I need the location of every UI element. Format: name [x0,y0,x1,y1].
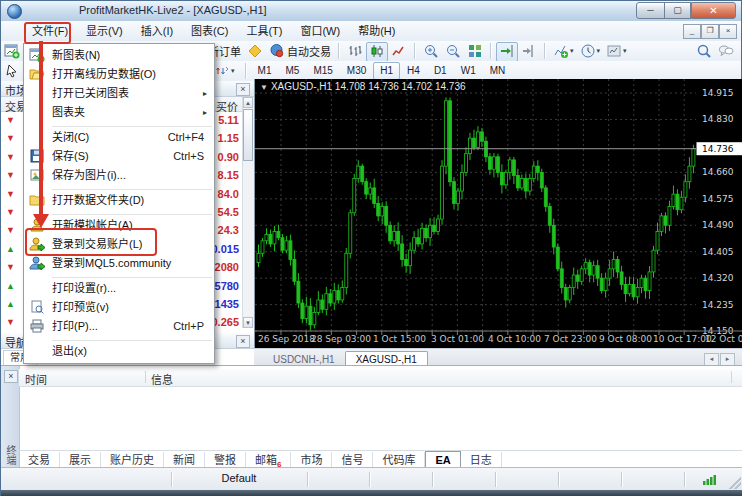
chevron-down-icon: ▾ [570,47,574,54]
timeframe-h1[interactable]: H1 [373,62,400,80]
svg-text:14.405: 14.405 [702,247,734,257]
community-chat-button[interactable] [715,42,737,62]
autotrading-button[interactable]: 自动交易 [266,42,334,62]
toolbar-separator [414,43,416,59]
ask-price: 2080 [215,261,239,273]
chat-icon [718,44,734,56]
ask-price: 5.11 [218,114,239,126]
file-menu-item[interactable]: 图表夹▸ [24,103,214,122]
timeframe-h4[interactable]: H4 [400,62,427,80]
menubar-item[interactable]: 窗口(W) [291,21,349,41]
ask-price: 8.15 [218,169,239,181]
file-menu-item[interactable]: 新图表(N) [24,46,214,65]
auto-scroll-icon [499,44,515,56]
autotrading-icon [269,44,285,56]
submenu-arrow-icon: ▸ [203,84,207,103]
zoom-out-button[interactable] [442,42,464,62]
periods-button[interactable]: ▾ [577,42,604,62]
tile-windows-button[interactable] [464,42,486,62]
file-menu-item[interactable]: 保存为图片(i)... [24,166,214,185]
file-menu-item[interactable]: 打开数据文件夹(D) [24,191,214,210]
chart-shift-button[interactable] [518,42,540,62]
close-button[interactable]: ✕ [691,2,736,19]
candlestick-chart-button[interactable] [366,42,388,62]
menubar-item[interactable]: 插入(I) [132,21,182,41]
price-chart: 14.91514.83014.66014.57514.49014.40514.3… [254,79,742,348]
scroll-up-icon[interactable]: ▲ [243,97,253,108]
file-menu-item[interactable]: 打印预览(v) [24,298,214,317]
line-chart-button[interactable] [388,42,410,62]
file-menu-item[interactable]: 保存(S)Ctrl+S [24,147,214,166]
resize-grip[interactable] [729,477,741,489]
timeframe-m30[interactable]: M30 [340,62,373,80]
menubar-item[interactable]: 帮助(H) [349,21,404,41]
bar-chart-button[interactable] [344,42,366,62]
indicators-button[interactable]: ▾ [550,42,577,62]
file-menu-item[interactable]: 打印设置(r)... [24,279,214,298]
tile-windows-icon [467,44,483,56]
file-menu-item[interactable]: 登录到MQL5.community [24,254,214,273]
timeframe-d1[interactable]: D1 [427,62,454,80]
annotation-box-login-item [25,228,157,256]
file-menu-item[interactable]: 打开已关闭图表▸ [24,84,214,103]
svg-text:14.235: 14.235 [702,300,734,310]
minimize-button[interactable]: ─ [636,2,665,19]
child-close-button[interactable]: × [719,24,737,39]
scroll-down-icon[interactable]: ▼ [243,317,253,328]
market-watch-scrollbar[interactable]: ▲ ▼ [242,97,254,328]
timeframe-m1[interactable]: M1 [251,62,279,80]
maximize-button[interactable]: ▢ [664,2,691,19]
title-bar[interactable]: ProfitMarketHK-Live2 - [XAGUSD-,H1] ─ ▢ … [1,1,741,22]
child-restore-button[interactable]: ❐ [701,24,719,39]
menubar-item[interactable]: 图表(C) [182,21,237,41]
menu-item-label: 打印(P)... [52,320,98,332]
timeframe-mn[interactable]: MN [483,62,513,80]
price-down-arrow-icon: ▼ [6,207,15,218]
price-down-arrow-icon: ▼ [6,317,15,328]
terminal-close-icon[interactable]: × [4,370,18,383]
metaeditor-button[interactable] [244,42,266,62]
cursor-button[interactable] [1,62,23,82]
menu-bar: 文件(F)显示(V)插入(I)图表(C)工具(T)窗口(W)帮助(H) _ ❐ … [1,21,741,42]
terminal-panel: × 终端 时间 信息 交易展示账户历史新闻警报邮箱6市场信号代码库EA日志 [1,365,742,468]
timeframe-group: M1M5M15M30H1H4D1W1MN [241,61,513,73]
print-preview-icon [29,299,45,315]
menu-item-shortcut: Ctrl+S [173,147,204,166]
terminal-columns-header[interactable]: 时间 信息 [19,369,742,387]
svg-text:10 Oct 17:00: 10 Oct 17:00 [653,334,712,344]
menu-item-label: 图表夹 [52,106,85,118]
arrows-tool-icon [214,64,230,76]
zoom-in-button[interactable] [420,42,442,62]
ask-price: 1.15 [218,132,239,144]
menubar-item[interactable]: 工具(T) [237,21,291,41]
file-menu-item[interactable]: 打印(P)...Ctrl+P [24,317,214,336]
chart-ohlc-header: ▼XAGUSD-,H1 14.708 14.736 14.702 14.736 [260,81,466,92]
svg-text:12 Oct 03:00: 12 Oct 03:00 [705,334,742,344]
menubar-item[interactable]: 显示(V) [77,21,132,41]
templates-button[interactable]: ▾ [603,42,630,62]
file-menu-item[interactable]: 退出(x) [24,342,214,361]
market-watch-close-icon[interactable]: × [236,83,250,96]
chart-menu-triangle-icon[interactable]: ▼ [260,83,268,92]
menu-item-shortcut: Ctrl+P [173,317,204,336]
scrollbar-thumb[interactable] [243,109,253,161]
price-down-arrow-icon: ▼ [6,115,15,126]
price-down-arrow-icon: ▼ [6,225,15,236]
file-menu-item[interactable]: 打开离线历史数据(O) [24,65,214,84]
menu-item-label: 打开离线历史数据(O) [52,68,156,80]
auto-scroll-button[interactable] [496,42,518,62]
symbol-search-button[interactable] [693,42,715,62]
candlestick-icon [369,44,385,56]
toolbar-right-group [693,41,737,62]
ask-price: 5780 [215,280,239,292]
timeframe-m15[interactable]: M15 [306,62,339,80]
child-minimize-button[interactable]: _ [683,24,701,39]
timeframe-w1[interactable]: W1 [454,62,483,80]
timeframe-m5[interactable]: M5 [278,62,306,80]
new-chart-button[interactable] [1,42,23,62]
status-bar: Default [1,467,742,491]
navigator-close-icon[interactable]: × [236,335,250,348]
chart-window-icon[interactable] [5,23,21,39]
file-menu-item[interactable]: 关闭(C)Ctrl+F4 [24,128,214,147]
profile-name[interactable]: Default [171,472,307,484]
